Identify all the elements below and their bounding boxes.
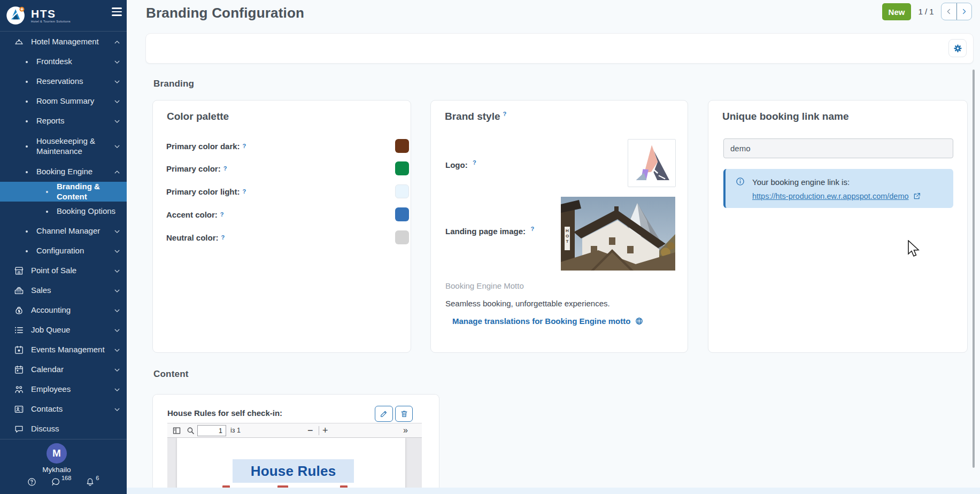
chevron-down-icon xyxy=(113,78,121,86)
list-icon xyxy=(14,325,24,335)
chevron-down-icon xyxy=(113,386,121,393)
money-bag-icon xyxy=(14,305,24,315)
pencil-icon xyxy=(380,410,388,418)
sidebar-item-room-summary[interactable]: Room Summary xyxy=(0,91,127,111)
house-rules-card: House Rules for self check-in: із 1 − + … xyxy=(152,394,439,494)
booking-link-alert: Your booking engine link is: https://hts… xyxy=(723,169,953,208)
new-button[interactable]: New xyxy=(882,3,911,20)
notifications-button[interactable]: 6 xyxy=(85,477,99,487)
sidebar-item-channel-manager[interactable]: Channel Manager xyxy=(0,221,127,241)
sidebar-item-booking-engine[interactable]: Booking Engine xyxy=(0,162,127,182)
sidebar-item-frontdesk[interactable]: Frontdesk xyxy=(0,52,127,72)
bullet-icon xyxy=(26,171,28,173)
primary-color-light-label: Primary color light: xyxy=(166,187,240,196)
help-marker[interactable]: ? xyxy=(243,143,246,149)
logo-text: HTS xyxy=(31,9,71,19)
chevron-down-icon xyxy=(113,267,121,275)
help-marker[interactable]: ? xyxy=(221,234,225,241)
sidebar-item-employees[interactable]: Employees xyxy=(0,380,127,399)
svg-text:O: O xyxy=(566,234,569,238)
chevron-down-icon xyxy=(113,327,121,334)
sidebar-item-events-management[interactable]: Events Management xyxy=(0,340,127,360)
sidebar-item-reservations[interactable]: Reservations xyxy=(0,72,127,91)
primary-color-light-swatch[interactable] xyxy=(395,184,409,198)
storefront-icon xyxy=(14,266,24,276)
chat-icon xyxy=(14,424,24,434)
sidebar-item-configuration[interactable]: Configuration xyxy=(0,241,127,261)
chevron-left-icon xyxy=(945,7,953,16)
svg-text:T: T xyxy=(566,239,569,244)
chevron-down-icon xyxy=(113,406,121,413)
pdf-page: House Rules xyxy=(177,438,405,494)
bullet-icon xyxy=(26,145,28,148)
help-marker[interactable]: ? xyxy=(503,111,506,117)
sidebar-toggle-icon[interactable] xyxy=(172,426,181,435)
sidebar-user-block: M Mykhailo 168 6 xyxy=(0,439,127,494)
chevron-down-icon xyxy=(113,143,121,150)
pdf-page-input[interactable] xyxy=(197,425,226,436)
chevron-up-icon xyxy=(113,38,121,46)
zoom-in-button[interactable]: + xyxy=(322,424,328,437)
primary-color-dark-swatch[interactable] xyxy=(395,139,409,153)
help-icon xyxy=(27,477,37,487)
people-icon xyxy=(14,384,24,395)
sidebar-item-branding-content[interactable]: Branding & Content xyxy=(0,182,127,202)
help-button[interactable] xyxy=(27,477,37,487)
accent-color-label: Accent color: xyxy=(166,210,218,219)
booking-link-title: Unique booking link name xyxy=(722,111,848,122)
brand-logo-upload[interactable] xyxy=(628,139,676,187)
help-marker[interactable]: ? xyxy=(223,165,227,172)
sidebar-item-reports[interactable]: Reports xyxy=(0,111,127,131)
sidebar-item-sales[interactable]: Sales xyxy=(0,281,127,300)
chevron-up-icon xyxy=(113,168,121,176)
magnifier-icon[interactable] xyxy=(186,426,195,435)
help-marker[interactable]: ? xyxy=(243,188,246,195)
zoom-out-button[interactable]: − xyxy=(307,424,313,437)
record-toolbar xyxy=(145,33,974,64)
sidebar-item-point-of-sale[interactable]: Point of Sale xyxy=(0,261,127,281)
pdf-page-title: House Rules xyxy=(251,463,336,480)
booking-engine-link[interactable]: https://hts-production.ew.r.appspot.com/… xyxy=(752,192,921,200)
cash-register-icon xyxy=(14,285,24,296)
landing-page-image[interactable]: H O T xyxy=(561,197,675,271)
manage-translations-link[interactable]: Manage translations for Booking Engine m… xyxy=(452,317,644,326)
sidebar-item-job-queue[interactable]: Job Queue xyxy=(0,320,127,340)
primary-color-swatch[interactable] xyxy=(395,161,409,175)
gear-icon xyxy=(953,43,963,53)
sidebar-item-booking-options[interactable]: Booking Options xyxy=(0,202,127,221)
sidebar-item-housekeeping-maintenance[interactable]: Housekeeping & Maintenance xyxy=(0,131,127,162)
logo-label: Logo: xyxy=(445,160,468,169)
neutral-color-label: Neutral color: xyxy=(166,233,219,242)
primary-color-label: Primary color: xyxy=(166,164,221,173)
sidebar-item-discuss[interactable]: Discuss xyxy=(0,419,127,439)
edit-house-rules-button[interactable] xyxy=(375,406,393,422)
motto-label: Booking Engine Motto xyxy=(445,281,524,290)
sidebar-item-calendar[interactable]: Calendar xyxy=(0,360,127,380)
cloche-icon xyxy=(14,37,24,47)
help-marker[interactable]: ? xyxy=(220,211,224,218)
sidebar-item-contacts[interactable]: Contacts xyxy=(0,399,127,419)
accent-color-swatch[interactable] xyxy=(395,207,409,221)
brand-style-card: Brand style? Logo: ? Landing page image:… xyxy=(430,100,688,353)
sidebar-item-accounting[interactable]: Accounting xyxy=(0,300,127,320)
pager-buttons xyxy=(941,3,972,20)
hamburger-menu-icon[interactable] xyxy=(112,7,124,18)
help-marker[interactable]: ? xyxy=(530,226,534,232)
chevron-down-icon xyxy=(113,287,121,295)
bullet-icon xyxy=(46,191,48,193)
sidebar-item-hotel-management[interactable]: Hotel Management xyxy=(0,32,127,52)
pdf-more-tools-button[interactable]: » xyxy=(403,424,408,437)
help-marker[interactable]: ? xyxy=(473,159,476,166)
primary-color-dark-label: Primary color dark: xyxy=(166,142,240,151)
app-logo[interactable]: HTS Hotel & Tourism Solutions xyxy=(5,3,71,28)
settings-button[interactable] xyxy=(948,39,967,57)
bell-icon xyxy=(85,477,95,487)
neutral-color-swatch[interactable] xyxy=(395,230,409,244)
vertical-scrollbar[interactable] xyxy=(973,70,975,468)
next-page-button[interactable] xyxy=(956,3,972,20)
messages-button[interactable]: 168 xyxy=(51,477,71,487)
delete-house-rules-button[interactable] xyxy=(395,406,413,422)
avatar[interactable]: M xyxy=(47,443,67,464)
booking-link-input[interactable] xyxy=(723,138,953,158)
prev-page-button[interactable] xyxy=(942,3,956,20)
